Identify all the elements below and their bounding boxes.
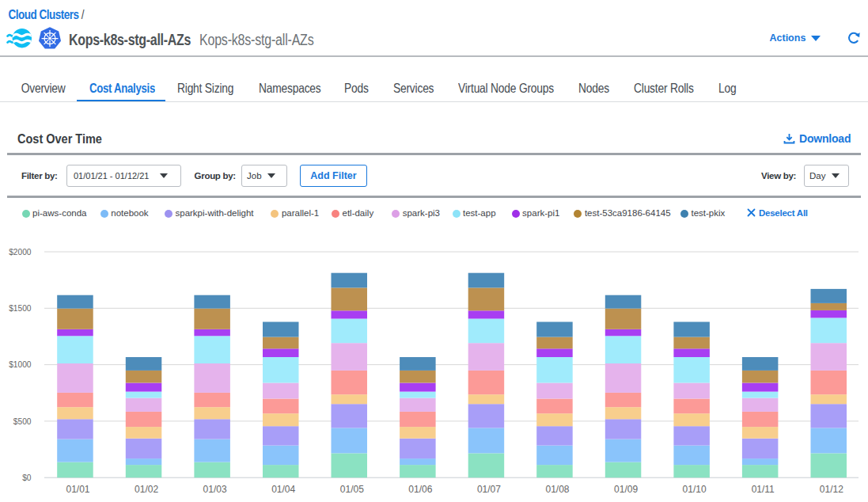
svg-text:$0: $0 [22,473,32,482]
svg-text:01/03: 01/03 [203,484,227,495]
svg-text:01/06: 01/06 [408,484,432,495]
svg-text:01/05: 01/05 [340,484,364,495]
svg-text:01/02: 01/02 [135,484,158,495]
svg-text:$2000: $2000 [9,248,32,257]
svg-text:01/01: 01/01 [66,484,89,495]
svg-text:$1000: $1000 [9,360,32,369]
svg-text:01/11: 01/11 [752,484,775,495]
svg-text:01/04: 01/04 [271,484,295,495]
svg-text:$500: $500 [13,417,32,426]
svg-text:01/12: 01/12 [820,484,843,495]
svg-text:01/07: 01/07 [477,484,501,495]
svg-text:01/09: 01/09 [614,484,638,495]
svg-text:01/08: 01/08 [545,484,569,495]
svg-text:$1500: $1500 [9,304,32,313]
svg-text:01/10: 01/10 [683,484,707,495]
